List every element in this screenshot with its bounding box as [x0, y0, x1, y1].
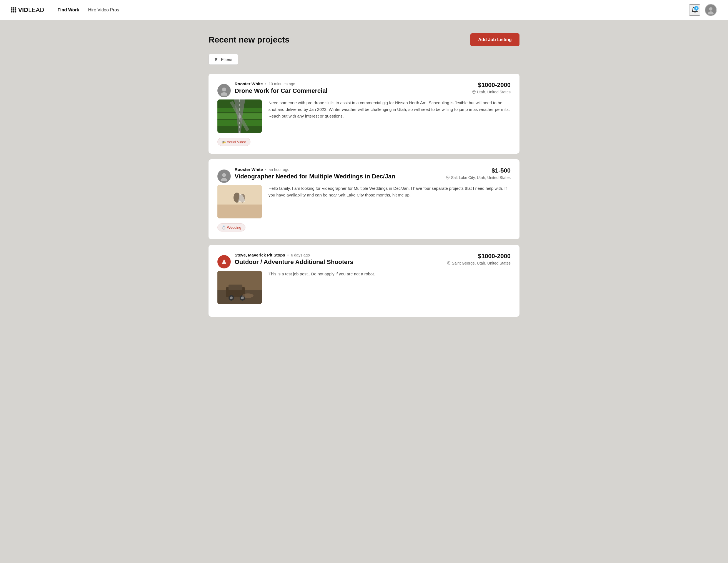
page-title: Recent new projects — [209, 35, 290, 44]
poster-avatar — [217, 169, 231, 183]
poster-time: an hour ago — [269, 167, 290, 172]
job-title: Drone Work for Car Commercial — [235, 87, 472, 94]
poster-info: Rooster White • an hour ago Videographer… — [235, 167, 446, 185]
job-tag: 💍 Wedding — [217, 223, 245, 231]
job-price: $1-500 — [446, 167, 511, 174]
navbar: VIDLEAD Find Work Hire Video Pros 1 — [0, 0, 728, 20]
job-body: This is a test job post.. Do not apply i… — [217, 271, 511, 304]
location-text: Utah, United States — [477, 90, 511, 94]
job-title: Videographer Needed for Multiple Wedding… — [235, 173, 446, 180]
job-description: Need someone with pro drone skills to as… — [268, 99, 511, 133]
job-tags: 🚁 Aerial Video — [217, 138, 511, 146]
poster-avatar — [217, 255, 231, 268]
job-tags: 💍 Wedding — [217, 223, 511, 231]
svg-point-6 — [473, 91, 475, 92]
poster-info: Rooster White • 10 minutes ago Drone Wor… — [235, 81, 472, 99]
logo-lead-text: LEAD — [28, 6, 44, 14]
filter-icon — [214, 57, 219, 62]
job-location: Utah, United States — [472, 90, 511, 94]
job-thumbnail — [217, 271, 262, 304]
svg-point-4 — [222, 87, 226, 91]
poster-info: Steve, Maverick Pit Stops • 6 days ago O… — [235, 252, 447, 271]
svg-point-17 — [448, 177, 449, 178]
job-location: Saint George, Utah, United States — [447, 261, 511, 265]
poster-name: Steve, Maverick Pit Stops — [235, 252, 285, 257]
svg-point-15 — [222, 173, 226, 177]
svg-rect-29 — [229, 285, 242, 290]
svg-rect-20 — [217, 204, 262, 218]
job-body: Need someone with pro drone skills to as… — [217, 99, 511, 133]
main-content: Recent new projects Add Job Listing Filt… — [197, 20, 531, 336]
notification-badge: 1 — [694, 6, 699, 11]
notifications-button[interactable]: 1 — [689, 4, 700, 16]
job-card: Rooster White • an hour ago Videographer… — [209, 159, 519, 239]
job-price-location: $1000-2000 Saint George, Utah, United St… — [447, 252, 511, 265]
location-pin-icon — [447, 261, 451, 265]
nav-links: Find Work Hire Video Pros — [57, 7, 689, 12]
job-thumbnail — [217, 185, 262, 218]
svg-rect-9 — [217, 113, 262, 119]
job-price-location: $1-500 Salt Lake City, Utah, United Stat… — [446, 167, 511, 180]
nav-right: 1 — [689, 4, 717, 16]
svg-point-34 — [242, 294, 253, 298]
location-text: Salt Lake City, Utah, United States — [451, 175, 511, 180]
poster-name: Rooster White — [235, 167, 263, 172]
job-card: Steve, Maverick Pit Stops • 6 days ago O… — [209, 245, 519, 317]
poster-time: 10 minutes ago — [269, 82, 295, 86]
job-body: Hello family. I am looking for Videograp… — [217, 185, 511, 218]
job-price: $1000-2000 — [472, 81, 511, 89]
nav-hire-video-pros[interactable]: Hire Video Pros — [88, 7, 119, 12]
poster-name: Rooster White — [235, 81, 263, 86]
page-header: Recent new projects Add Job Listing — [209, 33, 519, 46]
location-text: Saint George, Utah, United States — [452, 261, 511, 265]
location-pin-icon — [446, 176, 450, 179]
job-price-location: $1000-2000 Utah, United States — [472, 81, 511, 94]
job-title: Outdoor / Adventure Additional Shooters — [235, 258, 447, 266]
avatar-icon — [706, 6, 715, 14]
logo-icon — [11, 7, 16, 12]
job-description: Hello family. I am looking for Videograp… — [268, 185, 511, 218]
svg-point-1 — [709, 7, 712, 11]
poster-time: 6 days ago — [291, 253, 310, 257]
logo[interactable]: VIDLEAD — [11, 6, 44, 14]
job-thumbnail — [217, 99, 262, 133]
svg-rect-13 — [239, 115, 241, 118]
poster-avatar — [217, 84, 231, 97]
job-card: Rooster White • 10 minutes ago Drone Wor… — [209, 74, 519, 154]
job-description: This is a test job post.. Do not apply i… — [268, 271, 511, 304]
nav-find-work[interactable]: Find Work — [57, 7, 79, 12]
job-price: $1000-2000 — [447, 252, 511, 260]
location-pin-icon — [472, 90, 476, 94]
logo-vid-text: VID — [18, 6, 28, 14]
svg-point-25 — [448, 262, 450, 263]
job-location: Salt Lake City, Utah, United States — [446, 175, 511, 180]
svg-point-31 — [230, 297, 233, 299]
user-avatar[interactable] — [705, 4, 717, 16]
filters-label: Filters — [221, 57, 232, 62]
job-tag: 🚁 Aerial Video — [217, 138, 250, 146]
filters-button[interactable]: Filters — [209, 54, 238, 65]
add-job-listing-button[interactable]: Add Job Listing — [470, 33, 519, 46]
